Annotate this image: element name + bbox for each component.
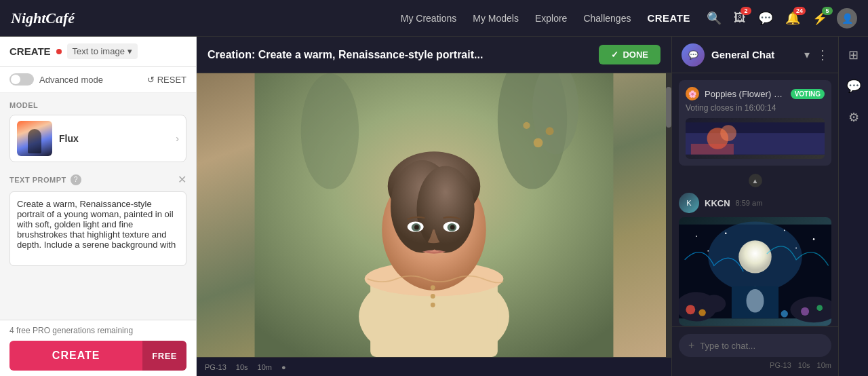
challenge-thumb-image xyxy=(686,118,825,159)
footer-10m: 10m xyxy=(817,361,831,369)
prompt-textarea[interactable]: Create a warm, Renaissance-style portrai… xyxy=(9,191,186,266)
advanced-mode-label: Advanced mode xyxy=(39,75,103,85)
left-subheader: Advanced mode ↺ RESET xyxy=(0,67,196,93)
svg-rect-28 xyxy=(691,144,734,155)
nav-challenges[interactable]: Challenges xyxy=(583,13,631,24)
left-footer: 4 free PRO generations remaining CREATE … xyxy=(0,320,196,376)
chat-msg-username: KKCN xyxy=(705,198,730,208)
chat-title: General Chat xyxy=(711,49,797,60)
model-chevron-icon: › xyxy=(176,133,179,144)
svg-point-44 xyxy=(686,305,695,314)
mode-selector[interactable]: Text to image ▾ xyxy=(67,43,138,59)
svg-point-22 xyxy=(431,294,435,299)
svg-point-43 xyxy=(703,295,726,313)
center-footer: PG-13 10s 10m ● xyxy=(197,357,671,376)
model-card[interactable]: Flux › xyxy=(9,115,186,162)
done-label: DONE xyxy=(623,50,648,60)
chat-msg-avatar: K xyxy=(679,193,699,213)
create-free-button[interactable]: CREATE FREE xyxy=(9,341,186,371)
challenge-header: 🌸 Poppies (Flower) Challenge [... VOTING xyxy=(686,87,825,100)
chat-msg-image xyxy=(679,217,831,326)
search-button[interactable]: 🔍 xyxy=(704,8,724,29)
more-options-icon[interactable]: ⋮ xyxy=(816,48,829,62)
create-button-label: CREATE xyxy=(9,350,142,362)
help-icon[interactable]: ? xyxy=(71,174,81,185)
advanced-mode-toggle[interactable] xyxy=(9,73,34,86)
chat-message: K KKCN 8:59 am xyxy=(679,193,831,326)
text-prompt-label-row: TEXT PROMPT ? xyxy=(9,174,81,185)
left-body: MODEL Flux › TEXT PROMPT ? ✕ Create a wa… xyxy=(0,93,196,320)
nav-my-models[interactable]: My Models xyxy=(473,13,519,24)
svg-point-34 xyxy=(813,238,815,240)
svg-point-27 xyxy=(720,125,736,141)
svg-point-19 xyxy=(414,225,419,230)
done-checkmark-icon: ✓ xyxy=(611,50,618,60)
creation-title: Creation: Create a warm, Renaissance-sty… xyxy=(208,49,591,61)
scroll-up-area: ▲ xyxy=(679,174,831,187)
user-avatar[interactable]: 👤 xyxy=(837,8,857,29)
nav-icons: 🔍 🖼 2 💬 🔔 24 ⚡ 5 👤 xyxy=(704,8,857,29)
nav-explore[interactable]: Explore xyxy=(535,13,567,24)
nav-links: My Creations My Models Explore Challenge… xyxy=(401,12,690,24)
svg-point-6 xyxy=(546,127,554,135)
mode-chevron-icon: ▾ xyxy=(127,46,132,56)
text-prompt-header: TEXT PROMPT ? ✕ xyxy=(9,173,186,186)
model-thumbnail xyxy=(17,121,52,156)
challenge-card: 🌸 Poppies (Flower) Challenge [... VOTING… xyxy=(679,80,831,166)
images-button[interactable]: 🖼 2 xyxy=(731,8,749,28)
activity-button[interactable]: ⚡ 5 xyxy=(810,8,830,29)
svg-point-35 xyxy=(795,248,797,249)
footer-rating: PG-13 xyxy=(205,363,226,371)
reset-label: RESET xyxy=(157,75,186,85)
reset-icon: ↺ xyxy=(147,75,155,85)
notifications-button[interactable]: 🔔 24 xyxy=(783,8,803,29)
chat-input-plus-icon[interactable]: + xyxy=(688,339,694,352)
svg-point-3 xyxy=(301,73,359,189)
chat-input[interactable] xyxy=(700,341,822,351)
model-thumb-art xyxy=(17,121,52,156)
advanced-mode-toggle-row: Advanced mode xyxy=(9,73,103,86)
challenge-thumbnail xyxy=(686,118,825,159)
chat-icon-button[interactable]: 💬 xyxy=(844,76,864,96)
scroll-thumb xyxy=(666,87,671,128)
scroll-bar[interactable] xyxy=(666,73,671,357)
svg-point-5 xyxy=(523,122,530,129)
svg-point-14 xyxy=(416,166,474,252)
center-panel: Creation: Create a warm, Renaissance-sty… xyxy=(197,37,671,376)
layout-icon-button[interactable]: ⊞ xyxy=(846,45,861,65)
center-header: Creation: Create a warm, Renaissance-sty… xyxy=(197,37,671,73)
done-button[interactable]: ✓ DONE xyxy=(599,45,660,64)
left-panel: CREATE Text to image ▾ Advanced mode ↺ R… xyxy=(0,37,197,376)
svg-point-20 xyxy=(450,225,455,230)
reset-button[interactable]: ↺ RESET xyxy=(147,75,186,85)
chat-input-row: + xyxy=(679,334,831,357)
topnav: NightCafé My Creations My Models Explore… xyxy=(0,0,868,37)
portrait-svg xyxy=(197,73,671,357)
right-footer-meta: PG-13 10s 10m xyxy=(679,361,831,369)
model-name: Flux xyxy=(59,133,169,144)
svg-point-45 xyxy=(698,309,705,316)
clear-prompt-icon[interactable]: ✕ xyxy=(178,173,186,186)
challenge-icon: 🌸 xyxy=(686,87,699,100)
chat-dropdown-icon[interactable]: ▾ xyxy=(804,48,810,61)
scroll-up-button[interactable]: ▲ xyxy=(749,174,762,187)
notifications-badge: 24 xyxy=(793,7,806,15)
activity-badge: 5 xyxy=(822,7,833,15)
challenge-title: Poppies (Flower) Challenge [... xyxy=(705,89,785,99)
general-chat-avatar: 💬 xyxy=(682,43,705,67)
svg-point-23 xyxy=(431,303,435,307)
mode-selector-label: Text to image xyxy=(73,46,125,56)
center-image-area xyxy=(197,73,671,357)
chat-msg-header: K KKCN 8:59 am xyxy=(679,193,831,213)
prompt-label: TEXT PROMPT xyxy=(9,176,66,184)
free-badge-label: FREE xyxy=(142,341,186,371)
model-section-label: MODEL xyxy=(9,101,186,109)
settings-icon-button[interactable]: ⚙ xyxy=(846,107,862,128)
nav-create-btn[interactable]: CREATE xyxy=(647,12,690,24)
chat-msg-time: 8:59 am xyxy=(736,199,763,207)
left-header: CREATE Text to image ▾ xyxy=(0,37,196,67)
chat-button[interactable]: 💬 xyxy=(755,8,776,29)
right-chat-area: 💬 General Chat ▾ ⋮ 🌸 Poppies (Flower) Ch… xyxy=(672,37,838,376)
nav-my-creations[interactable]: My Creations xyxy=(401,13,456,24)
svg-point-36 xyxy=(707,250,709,252)
